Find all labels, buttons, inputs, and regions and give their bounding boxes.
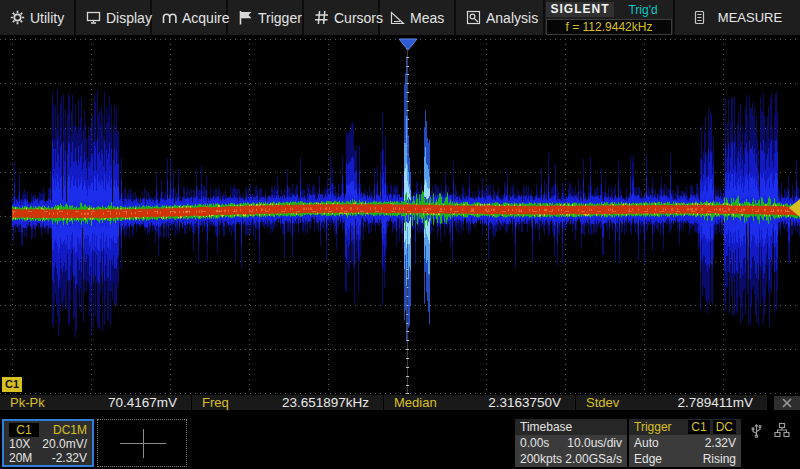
measurement-value: 70.4167mV <box>108 395 191 410</box>
channel-offset-marker[interactable]: C1 <box>2 377 22 392</box>
trigger-slope: Rising <box>703 451 736 467</box>
timebase-sample-rate: 2.00GSa/s <box>565 451 622 467</box>
menu-meas[interactable]: Meas <box>380 0 456 35</box>
menu-utility[interactable]: Utility <box>0 0 76 35</box>
trigger-box[interactable]: TriggerC1DC Auto2.32V EdgeRising <box>629 419 741 467</box>
measurement-slot-median: Median 2.3163750V <box>384 395 575 410</box>
usb-icon <box>750 422 763 438</box>
menu-trigger-label: Trigger <box>258 10 302 26</box>
measure-button[interactable]: MEASURE <box>675 0 800 35</box>
menu-meas-label: Meas <box>410 10 444 26</box>
menu-cursors[interactable]: Cursors <box>304 0 380 35</box>
monitor-icon <box>86 10 101 25</box>
waveform-display <box>0 36 800 394</box>
crosshair-icon-v <box>143 429 144 458</box>
close-icon <box>782 398 792 408</box>
lan-icon <box>774 422 790 438</box>
flag-icon <box>238 10 253 25</box>
ruler-icon <box>390 10 405 25</box>
measurement-label: Median <box>384 395 437 410</box>
timebase-delay: 0.00s <box>520 435 549 451</box>
close-measurements-button[interactable] <box>774 396 800 410</box>
menu-trigger[interactable]: Trigger <box>228 0 304 35</box>
trigger-coupling: DC <box>713 420 736 434</box>
channel-offset: -2.32V <box>52 451 87 465</box>
trigger-position-marker[interactable] <box>398 38 418 51</box>
add-channel-box[interactable] <box>97 419 187 467</box>
channel-bandwidth: 20M <box>9 451 32 465</box>
brand-status-row: SIGLENT Trig'd <box>546 2 672 17</box>
measurement-label: Freq <box>192 395 229 410</box>
acquire-icon <box>162 10 177 25</box>
measurement-slot-freq: Freq 23.651897kHz <box>192 395 383 410</box>
list-icon <box>693 10 706 25</box>
trigger-level-marker[interactable] <box>788 199 800 217</box>
system-status-icons <box>750 422 790 438</box>
measurement-label: Stdev <box>576 395 619 410</box>
status-bar: C1 DC1M 10X20.0mV/ 20M-2.32V Timebase 0.… <box>0 411 800 469</box>
measurement-label: Pk-Pk <box>0 395 45 410</box>
frequency-counter: f = 112.9442kHz <box>546 19 672 35</box>
menu-display-label: Display <box>106 10 152 26</box>
measurement-value: 23.651897kHz <box>282 395 383 410</box>
menu-utility-label: Utility <box>30 10 64 26</box>
trigger-label: Trigger <box>634 419 672 435</box>
timebase-box[interactable]: Timebase 0.00s10.0us/div 200kpts2.00GSa/… <box>515 419 627 467</box>
menu-acquire-label: Acquire <box>182 10 229 26</box>
trigger-mode: Auto <box>634 435 659 451</box>
menu-cursors-label: Cursors <box>334 10 383 26</box>
timebase-points: 200kpts <box>520 451 562 467</box>
siglent-logo: SIGLENT <box>546 2 614 17</box>
channel-probe: 10X <box>9 437 30 451</box>
timebase-scale: 10.0us/div <box>567 435 622 451</box>
channel-coupling: DC1M <box>53 423 87 437</box>
magnifier-icon <box>466 10 481 25</box>
trigger-level: 2.32V <box>705 435 736 451</box>
menu-display[interactable]: Display <box>76 0 152 35</box>
hash-icon <box>314 10 329 25</box>
menu-acquire[interactable]: Acquire <box>152 0 228 35</box>
trigger-type: Edge <box>634 451 662 467</box>
brand-block: SIGLENT Trig'd f = 112.9442kHz <box>545 0 675 35</box>
measurement-value: 2.789411mV <box>677 395 767 410</box>
channel-info-box[interactable]: C1 DC1M 10X20.0mV/ 20M-2.32V <box>2 419 94 467</box>
measurement-slot-pkpk: Pk-Pk 70.4167mV <box>0 395 191 410</box>
trigger-source: C1 <box>688 420 709 434</box>
menu-analysis-label: Analysis <box>486 10 538 26</box>
channel-scale: 20.0mV/ <box>42 437 87 451</box>
measurement-value: 2.3163750V <box>488 395 575 410</box>
gear-icon <box>10 10 25 25</box>
measurement-slot-stdev: Stdev 2.789411mV <box>576 395 767 410</box>
timebase-label: Timebase <box>520 419 572 435</box>
menu-analysis[interactable]: Analysis <box>456 0 545 35</box>
waveform-area: C1 <box>0 36 800 394</box>
menu-bar: Utility Display Acquire Trigger Cursors … <box>0 0 800 36</box>
measurement-bar: Pk-Pk 70.4167mV Freq 23.651897kHz Median… <box>0 394 800 411</box>
measure-button-label: MEASURE <box>718 10 782 25</box>
channel-name: C1 <box>9 423 39 437</box>
trigger-status: Trig'd <box>614 3 672 17</box>
